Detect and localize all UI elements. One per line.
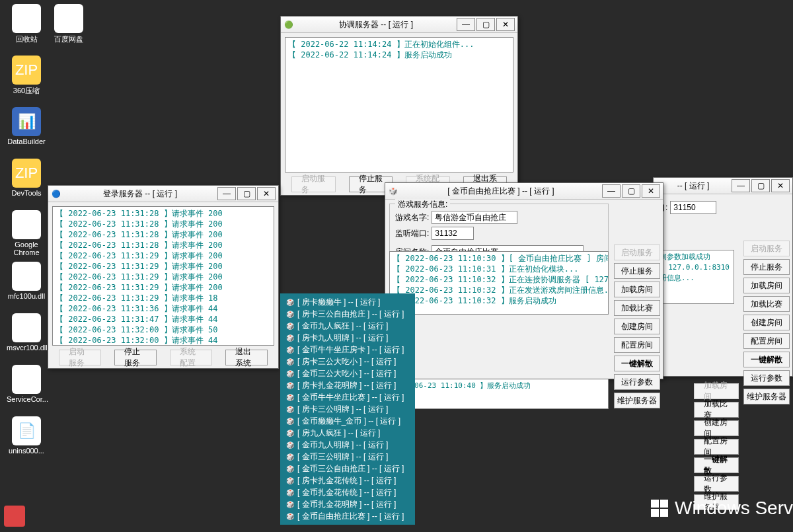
desktop-icon[interactable]: ⚙ServiceCor... bbox=[7, 365, 46, 403]
side-button[interactable]: 加载房间 bbox=[743, 278, 790, 293]
close-button[interactable]: ✕ bbox=[257, 187, 276, 200]
app-icon: 🎲 bbox=[285, 309, 295, 319]
task-label: [ 金币三公自由抢庄 ] -- [ 运行 ] bbox=[297, 463, 404, 475]
minimize-button[interactable]: — bbox=[217, 187, 236, 200]
task-item[interactable]: 🎲[ 房九人疯狂 ] -- [ 运行 ] bbox=[280, 427, 415, 439]
desktop-icon[interactable]: ⚙msvcr100.dll bbox=[7, 313, 46, 352]
side-button[interactable]: 运行参数 bbox=[614, 374, 660, 390]
close-button[interactable]: ✕ bbox=[771, 179, 790, 192]
side-button[interactable]: 配置房间 bbox=[614, 337, 660, 353]
start-button[interactable]: 启动服务 bbox=[291, 176, 336, 192]
titlebar[interactable]: 🎲 [ 金币自由抢庄比赛 ] -- [ 运行 ] — ▢ ✕ bbox=[385, 183, 663, 200]
desktop-icon[interactable]: 📄unins000... bbox=[7, 416, 46, 455]
task-item[interactable]: 🎲[ 金币扎金花明牌 ] -- [ 运行 ] bbox=[280, 498, 415, 510]
log-area[interactable]: 间参数加载成功[ 127.0.0.1:8310 ]册信息... bbox=[656, 250, 734, 304]
side-button[interactable]: 停止服务 bbox=[614, 263, 660, 279]
minimize-button[interactable]: — bbox=[732, 179, 750, 192]
minimize-button[interactable]: — bbox=[457, 18, 475, 31]
side-button[interactable]: 停止服务 bbox=[743, 259, 790, 275]
taskbar-app-icon[interactable] bbox=[4, 506, 30, 529]
desktop-icon[interactable]: ZIPDevTools bbox=[7, 159, 46, 197]
task-label: [ 金币扎金花传统 ] -- [ 运行 ] bbox=[297, 487, 396, 498]
task-label: [ 房卡三公大吃小 ] -- [ 运行 ] bbox=[297, 356, 396, 367]
task-item[interactable]: 🎲[ 金币三公自由抢庄 ] -- [ 运行 ] bbox=[280, 463, 415, 475]
task-item[interactable]: 🎲[ 金币自由抢庄比赛 ] -- [ 运行 ] bbox=[280, 510, 415, 522]
task-item[interactable]: 🎲[ 房卡三公明牌 ] -- [ 运行 ] bbox=[280, 403, 415, 415]
side-button[interactable]: 一键解散 bbox=[694, 457, 739, 473]
icon-label: unins000... bbox=[7, 447, 46, 455]
task-item[interactable]: 🎲[ 房卡三公自由抢庄 ] -- [ 运行 ] bbox=[280, 308, 415, 320]
port-input[interactable] bbox=[670, 201, 716, 214]
app-icon: 🎲 bbox=[285, 512, 295, 521]
task-item[interactable]: 🎲[ 金币三公大吃小 ] -- [ 运行 ] bbox=[280, 367, 415, 379]
task-item[interactable]: 🎲[ 金币牛牛坐庄房卡 ] -- [ 运行 ] bbox=[280, 344, 415, 356]
task-label: [ 房卡癞癞牛 ] -- [ 运行 ] bbox=[297, 297, 380, 308]
side-button[interactable]: 创建房间 bbox=[614, 319, 660, 334]
titlebar[interactable]: 🟢 协调服务器 -- [ 运行 ] — ▢ ✕ bbox=[281, 17, 517, 33]
minimize-button[interactable]: — bbox=[602, 184, 621, 198]
log-area[interactable]: 【 2022-06-23 11:31:28 】请求事件 200【 2022-06… bbox=[52, 206, 274, 346]
side-button[interactable]: 加载比赛 bbox=[743, 296, 790, 312]
desktop-icon[interactable]: ∞百度网盘 bbox=[49, 4, 89, 44]
log-area[interactable]: 【 2022-06-22 11:14:24 】正在初始化组件...【 2022-… bbox=[285, 37, 513, 172]
log-line: 【 2022-06-23 11:32:00 】请求事件 50 bbox=[56, 324, 271, 335]
task-item[interactable]: 🎲[ 金币扎金花传统 ] -- [ 运行 ] bbox=[280, 486, 415, 498]
task-item[interactable]: 🎲[ 房卡扎金花明牌 ] -- [ 运行 ] bbox=[280, 379, 415, 391]
task-item[interactable]: 🎲[ 金币九人明牌 ] -- [ 运行 ] bbox=[280, 439, 415, 451]
desktop-icon[interactable]: 🗑回收站 bbox=[7, 4, 46, 44]
window-title: -- [ 运行 ] bbox=[656, 180, 730, 192]
titlebar[interactable]: -- [ 运行 ] — ▢ ✕ bbox=[654, 178, 792, 194]
side-button[interactable]: 运行参数 bbox=[743, 370, 790, 386]
task-item[interactable]: 🎲[ 房卡扎金花传统 ] -- [ 运行 ] bbox=[280, 475, 415, 486]
desktop-icon[interactable]: ZIP360压缩 bbox=[7, 56, 46, 96]
task-item[interactable]: 🎲[ 金币三公明牌 ] -- [ 运行 ] bbox=[280, 451, 415, 463]
task-item[interactable]: 🎲[ 房卡三公大吃小 ] -- [ 运行 ] bbox=[280, 356, 415, 367]
side-button[interactable]: 运行参数 bbox=[694, 476, 739, 492]
app-icon: 🎲 bbox=[285, 440, 295, 449]
task-item[interactable]: 🎲[ 房卡癞癞牛 ] -- [ 运行 ] bbox=[280, 296, 415, 308]
task-item[interactable]: 🎲[ 金币癞癞牛_金币 ] -- [ 运行 ] bbox=[280, 415, 415, 427]
side-button[interactable]: 启动服务 bbox=[614, 245, 660, 260]
desktop-icon[interactable]: ◉Google Chrome bbox=[7, 210, 46, 256]
gamename-input[interactable] bbox=[432, 211, 517, 224]
side-button[interactable]: 维护服务器 bbox=[614, 393, 660, 408]
task-item[interactable]: 🎲[ 房卡九人明牌 ] -- [ 运行 ] bbox=[280, 332, 415, 344]
login-window: 🔵 登录服务器 -- [ 运行 ] — ▢ ✕ 【 2022-06-23 11:… bbox=[48, 185, 279, 369]
exit-button[interactable]: 退出系统 bbox=[225, 350, 268, 365]
log-area[interactable]: 【 2022-06-23 11:10:30 】[ 金币自由抢庄比赛 ] 房间参数… bbox=[389, 251, 609, 315]
log-line: 【 2022-06-23 11:10:31 】正在初始化模块... bbox=[393, 264, 605, 274]
side-button[interactable]: 加载比赛 bbox=[614, 300, 660, 316]
side-button[interactable]: 启动服务 bbox=[743, 241, 790, 256]
maximize-button[interactable]: ▢ bbox=[622, 184, 640, 198]
taskbar-group-popup[interactable]: 🎲[ 房卡癞癞牛 ] -- [ 运行 ]🎲[ 房卡三公自由抢庄 ] -- [ 运… bbox=[280, 293, 415, 525]
side-button[interactable]: 创建房间 bbox=[743, 315, 790, 330]
start-button[interactable]: 启动服务 bbox=[59, 350, 101, 365]
desktop-icon[interactable]: ⚙mfc100u.dll bbox=[7, 262, 46, 300]
log-area-2[interactable]: 2022-06-23 11:10:40 】服务启动成功 bbox=[389, 379, 609, 409]
side-button[interactable]: 一键解散 bbox=[743, 352, 790, 367]
side-button[interactable]: 加载房间 bbox=[694, 383, 739, 399]
config-button[interactable]: 系统配置 bbox=[170, 350, 212, 365]
log-line: 【 2022-06-23 11:31:47 】请求事件 44 bbox=[56, 314, 271, 324]
close-button[interactable]: ✕ bbox=[496, 18, 515, 31]
task-item[interactable]: 🎲[ 金币九人疯狂 ] -- [ 运行 ] bbox=[280, 320, 415, 332]
titlebar[interactable]: 🔵 登录服务器 -- [ 运行 ] — ▢ ✕ bbox=[48, 186, 278, 202]
maximize-button[interactable]: ▢ bbox=[237, 187, 256, 200]
task-item[interactable]: 🎲[ 金币牛牛坐庄比赛 ] -- [ 运行 ] bbox=[280, 391, 415, 403]
side-button[interactable]: 配置房间 bbox=[743, 333, 790, 349]
app-icon: 🎲 bbox=[285, 321, 295, 330]
maximize-button[interactable]: ▢ bbox=[476, 18, 495, 31]
desktop-icon[interactable]: 📊DataBuilder bbox=[7, 107, 46, 145]
app-icon: 🎲 bbox=[285, 488, 295, 497]
side-button[interactable]: 加载房间 bbox=[614, 282, 660, 297]
side-button[interactable]: 配置房间 bbox=[694, 439, 739, 455]
window-title: [ 金币自由抢庄比赛 ] -- [ 运行 ] bbox=[401, 186, 601, 197]
stop-button[interactable]: 停止服务 bbox=[114, 350, 157, 365]
side-button[interactable]: 一键解散 bbox=[614, 356, 660, 371]
side-button[interactable]: 加载比赛 bbox=[694, 402, 739, 418]
maximize-button[interactable]: ▢ bbox=[751, 179, 770, 192]
port-input[interactable] bbox=[432, 227, 474, 240]
side-button[interactable]: 维护服务器 bbox=[743, 389, 790, 404]
side-button[interactable]: 创建房间 bbox=[694, 420, 739, 436]
close-button[interactable]: ✕ bbox=[642, 184, 660, 198]
